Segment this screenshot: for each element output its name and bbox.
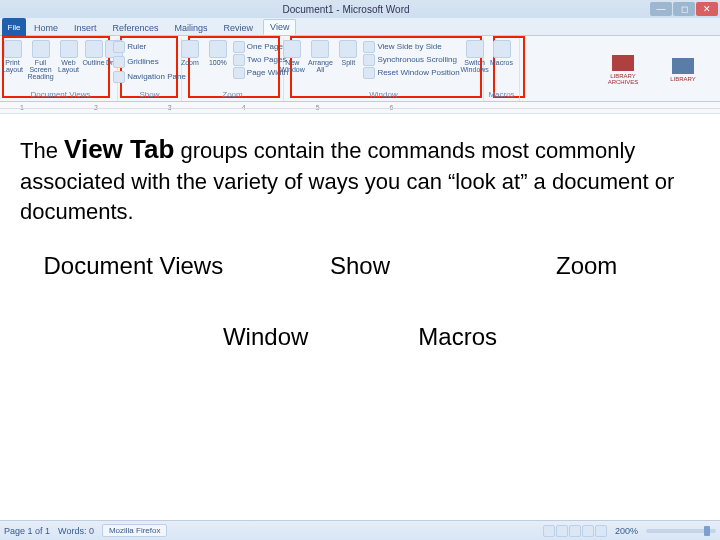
full-screen-reading-button[interactable]: Full Screen Reading xyxy=(28,40,54,80)
minimize-button[interactable]: — xyxy=(650,2,672,16)
percent-icon xyxy=(209,40,227,58)
group-macros: Macros Macros xyxy=(484,38,520,101)
status-words[interactable]: Words: 0 xyxy=(58,526,94,536)
one-page-icon xyxy=(233,41,245,53)
checkbox-icon xyxy=(113,41,125,53)
side-by-side-icon xyxy=(363,41,375,53)
label-show: Show xyxy=(247,252,474,281)
labels-row-2: Window Macros xyxy=(20,323,700,351)
tab-insert[interactable]: Insert xyxy=(68,21,103,35)
print-layout-button[interactable]: Print Layout xyxy=(0,40,26,73)
outline-button[interactable]: Outline xyxy=(84,40,104,66)
group-label: Window xyxy=(369,90,397,100)
tab-home[interactable]: Home xyxy=(28,21,64,35)
navigation-pane-checkbox[interactable]: Navigation Pane xyxy=(113,70,186,83)
zoom-button[interactable]: Zoom xyxy=(177,40,203,66)
checkbox-icon xyxy=(113,71,125,83)
page-icon xyxy=(4,40,22,58)
status-page[interactable]: Page 1 of 1 xyxy=(4,526,50,536)
explanation-paragraph: The View Tab groups contain the commands… xyxy=(20,132,700,226)
status-bar: Page 1 of 1 Words: 0 Mozilla Firefox 200… xyxy=(0,520,720,540)
web-view-icon[interactable] xyxy=(569,525,581,537)
logo-area: LIBRARY ARCHIVES LIBRARY xyxy=(598,38,716,101)
sync-scroll-icon xyxy=(363,54,375,66)
window-icon xyxy=(283,40,301,58)
reset-icon xyxy=(363,67,375,79)
arrange-icon xyxy=(311,40,329,58)
two-pages-icon xyxy=(233,54,245,66)
outline-view-icon[interactable] xyxy=(582,525,594,537)
document-area[interactable]: The View Tab groups contain the commands… xyxy=(0,114,720,351)
switch-icon xyxy=(466,40,484,58)
group-label: Zoom xyxy=(222,90,242,100)
reset-window-position-button[interactable]: Reset Window Position xyxy=(363,66,459,79)
ribbon-tabs: File Home Insert References Mailings Rev… xyxy=(0,18,720,36)
web-layout-button[interactable]: Web Layout xyxy=(56,40,82,73)
view-side-by-side-button[interactable]: View Side by Side xyxy=(363,40,459,53)
group-document-views: Print Layout Full Screen Reading Web Lay… xyxy=(4,38,118,101)
group-zoom: Zoom 100% One Page Two Pages Page Width … xyxy=(182,38,284,101)
group-show: Ruler Gridlines Navigation Pane Show xyxy=(118,38,182,101)
book-icon xyxy=(32,40,50,58)
horizontal-ruler[interactable]: 1 2 3 4 5 6 xyxy=(0,102,720,114)
group-window: New Window Arrange All Split View Side b… xyxy=(284,38,484,101)
close-button[interactable]: ✕ xyxy=(696,2,718,16)
new-window-button[interactable]: New Window xyxy=(279,40,305,73)
zoom-level[interactable]: 200% xyxy=(615,526,638,536)
view-buttons[interactable] xyxy=(543,525,607,537)
building-icon xyxy=(612,55,634,71)
draft-view-icon[interactable] xyxy=(595,525,607,537)
macros-button[interactable]: Macros xyxy=(489,40,515,66)
label-macros: Macros xyxy=(418,323,497,351)
window-title: Document1 - Microsoft Word xyxy=(42,4,650,15)
print-layout-view-icon[interactable] xyxy=(543,525,555,537)
magnifier-icon xyxy=(181,40,199,58)
ribbon: Print Layout Full Screen Reading Web Lay… xyxy=(0,36,720,102)
group-label: Show xyxy=(139,90,159,100)
gridlines-checkbox[interactable]: Gridlines xyxy=(113,55,159,68)
checkbox-icon xyxy=(113,56,125,68)
label-zoom: Zoom xyxy=(473,252,700,281)
outline-icon xyxy=(85,40,103,58)
full-screen-view-icon[interactable] xyxy=(556,525,568,537)
arrange-all-button[interactable]: Arrange All xyxy=(307,40,333,73)
tab-references[interactable]: References xyxy=(107,21,165,35)
macros-icon xyxy=(493,40,511,58)
library-logo: LIBRARY xyxy=(658,50,708,90)
zoom-slider[interactable] xyxy=(646,529,716,533)
globe-icon xyxy=(60,40,78,58)
shield-icon xyxy=(672,58,694,74)
file-tab[interactable]: File xyxy=(2,18,26,36)
label-document-views: Document Views xyxy=(20,252,247,281)
tab-mailings[interactable]: Mailings xyxy=(169,21,214,35)
labels-row-1: Document Views Show Zoom xyxy=(20,252,700,281)
label-window: Window xyxy=(223,323,308,351)
tab-review[interactable]: Review xyxy=(218,21,260,35)
hundred-percent-button[interactable]: 100% xyxy=(205,40,231,66)
synchronous-scrolling-button[interactable]: Synchronous Scrolling xyxy=(363,53,459,66)
tab-view[interactable]: View xyxy=(263,19,296,35)
split-icon xyxy=(339,40,357,58)
group-label: Document Views xyxy=(31,90,91,100)
page-width-icon xyxy=(233,67,245,79)
taskbar-app[interactable]: Mozilla Firefox xyxy=(102,524,168,537)
ruler-checkbox[interactable]: Ruler xyxy=(113,40,146,53)
library-archives-logo: LIBRARY ARCHIVES xyxy=(598,50,648,90)
group-label: Macros xyxy=(488,90,514,100)
title-bar: Document1 - Microsoft Word — ◻ ✕ xyxy=(0,0,720,18)
maximize-button[interactable]: ◻ xyxy=(673,2,695,16)
split-button[interactable]: Split xyxy=(335,40,361,66)
